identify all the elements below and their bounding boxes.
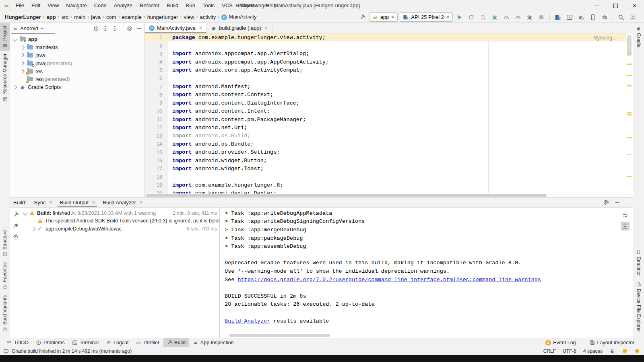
project-view-select[interactable]: Android [20,25,38,31]
feedback-frown-icon[interactable] [634,348,640,354]
breadcrumb-item[interactable]: com [105,14,117,20]
console-link[interactable]: Build Analyzer [225,318,270,324]
device-manager-button[interactable] [553,12,563,22]
device-select[interactable]: API 25 Pixel 2 [400,12,453,22]
menu-build[interactable]: Build [163,0,182,11]
attach-profiler-button[interactable] [502,12,511,22]
stripe-tab-favorites[interactable]: Favorites [0,259,10,292]
console-link[interactable]: https://docs.gradle.org/7.0.2/userguide/… [237,277,541,283]
menu-refactor[interactable]: Refactor [136,0,163,11]
code-editor[interactable]: 1package com.example.hungerlunger.view.a… [145,33,626,193]
breadcrumb-item[interactable]: example [121,14,142,20]
breadcrumb-item[interactable]: activity [199,14,217,20]
breadcrumb-item[interactable]: view [183,14,195,20]
tree-chevron-icon[interactable] [20,53,24,58]
stripe-tab-emulator[interactable]: Emulator [633,247,644,279]
stripe-tab-structure[interactable]: Structure [0,227,10,260]
editor-horizontal-scrollbar[interactable] [145,193,626,197]
soft-wrap-button[interactable] [621,210,630,219]
editor-tab[interactable]: build.gradle (:app)✕ [207,23,272,33]
tree-chevron-icon[interactable] [12,85,17,89]
project-tree-item[interactable]: app [10,35,144,43]
toolwindow-button-layout-inspector[interactable]: Layout Inspector [586,338,638,347]
editor-tab[interactable]: CMainActivity.java✕ [145,23,207,33]
sdk-manager-button[interactable] [600,12,609,22]
layout-inspector-button[interactable] [588,12,598,22]
scroll-to-end-button[interactable] [621,222,630,230]
menu-view[interactable]: View [44,0,62,11]
attach-debugger-button[interactable] [525,12,535,22]
warning-stripe-mark[interactable] [627,114,632,115]
close-icon[interactable]: ✕ [199,25,202,31]
collapse-all-button[interactable] [111,25,118,32]
gear-icon[interactable] [603,199,609,206]
toolwindow-button-logcat[interactable]: Logcat [103,338,132,347]
build-tab-build-output[interactable]: Build Output✕ [56,197,99,207]
breadcrumb-item[interactable]: hungerlunger [147,14,179,20]
locate-file-button[interactable] [93,25,99,32]
close-icon[interactable]: ✕ [139,200,143,205]
pin-icon[interactable] [12,223,19,229]
warning-stripe-mark[interactable] [627,85,632,86]
close-icon[interactable]: ✕ [92,200,95,205]
toolwindow-button-build[interactable]: Build [163,338,189,347]
stripe-tab-gradle[interactable]: Gradle [633,23,644,50]
run-configuration-select[interactable]: app [369,12,398,22]
lock-icon[interactable] [609,348,615,354]
build-tree-row[interactable]: ✓:app:compileDebugJavaWithJavac8 sec, 70… [21,225,219,233]
hide-panel-button[interactable] [614,199,621,206]
rerun-build-hammer-icon[interactable] [12,212,19,218]
restore-button[interactable] [606,0,625,11]
breadcrumb-item[interactable]: java [90,14,101,20]
stripe-tab-device-file-explorer[interactable]: Device File Explorer [633,279,644,335]
debug-button[interactable] [490,12,500,22]
minimize-button[interactable] [587,0,606,11]
menu-vcs[interactable]: VCS [218,0,236,11]
menu-run[interactable]: Run [182,0,199,11]
toolwindow-button-terminal[interactable]: Terminal [69,338,102,347]
search-everywhere-button[interactable] [616,12,626,22]
warning-stripe-mark[interactable] [627,64,632,65]
menu-file[interactable]: File [12,0,28,11]
tree-chevron-icon[interactable] [12,37,17,41]
gear-icon[interactable] [126,25,133,32]
stripe-tab-project[interactable]: Project [0,23,10,51]
toolwindow-button-profiler[interactable]: Profiler [132,338,163,347]
feedback-smile-icon[interactable] [622,348,627,354]
warning-stripe-mark[interactable] [627,53,632,54]
menu-edit[interactable]: Edit [28,0,44,11]
warning-stripe-mark[interactable] [627,154,632,155]
expand-all-button[interactable] [102,25,109,32]
warning-stripe-mark[interactable] [627,176,632,177]
stop-button[interactable] [537,12,546,22]
stripe-tab-resource-manager[interactable]: Resource Manager [0,51,10,105]
tree-chevron-icon[interactable] [20,69,24,73]
tree-chevron-icon[interactable] [23,211,27,215]
toolwindow-button-app-inspection[interactable]: App Inspection [190,338,237,347]
tree-chevron-icon[interactable] [20,61,24,66]
warning-stripe-mark[interactable] [627,112,632,113]
build-tab-sync[interactable]: Sync✕ [31,197,56,207]
breadcrumb-item-class[interactable]: CMainActivity [221,14,257,20]
warning-stripe-mark[interactable] [627,75,632,76]
avd-manager-button[interactable] [565,12,574,22]
project-tree-item[interactable]: res [10,67,144,75]
project-tree-item[interactable]: Gradle Scripts [10,83,144,91]
hide-panel-button[interactable] [136,25,142,32]
close-icon[interactable]: ✕ [264,25,268,31]
tree-chevron-icon[interactable] [20,45,24,49]
profile-button[interactable] [513,12,523,22]
toolwindow-button-todo[interactable]: TODO [3,338,32,347]
toolwindow-button-event-log[interactable]: 2Event Log [542,338,579,347]
chevron-down-icon[interactable] [40,28,43,29]
background-tasks-icon[interactable] [3,348,9,354]
filter-eye-icon[interactable] [12,234,19,241]
menu-analyze[interactable]: Analyze [110,0,136,11]
project-tree-item[interactable]: ⚙java (generated) [10,59,144,67]
breadcrumb-item[interactable]: HungerLunger [4,14,42,20]
menu-navigate[interactable]: Navigate [62,0,90,11]
tree-chevron-icon[interactable] [31,226,35,231]
gradle-sync-button[interactable] [576,12,586,22]
stripe-tab-build-variants[interactable]: Build Variants [0,292,10,335]
breadcrumb-item[interactable]: src [61,14,69,20]
